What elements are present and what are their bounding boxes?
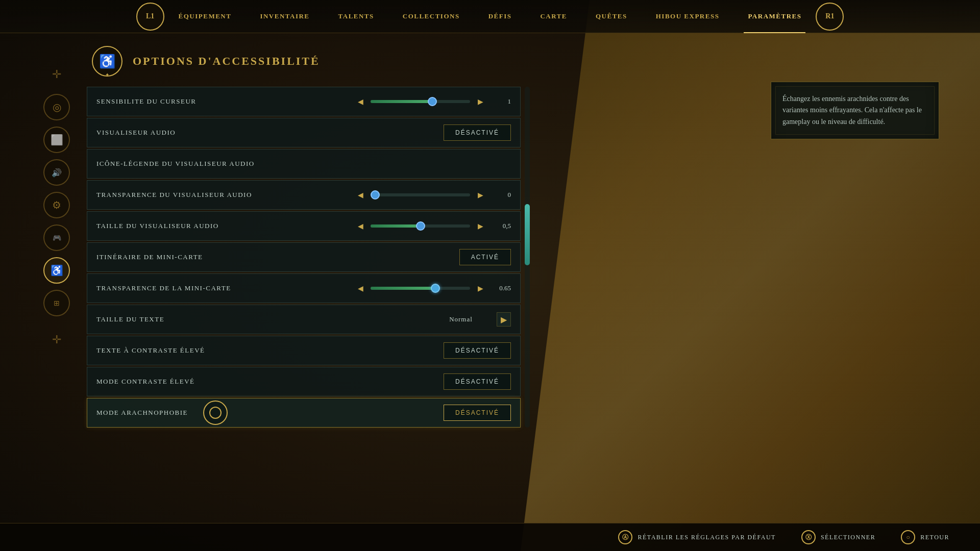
sidebar-display-icon[interactable]: ⬜ [43, 127, 70, 153]
visualiseur-audio-label: VISUALISEUR AUDIO [96, 129, 176, 137]
setting-mode-contraste-eleve: MODE CONTRASTE ÉLEVÉ DÉSACTIVÉ [87, 367, 521, 396]
setting-taille-texte: TAILLE DU TEXTE Normal ▶ [87, 305, 521, 334]
mode-arachnophobie-label: MODE ARACHNOPHOBIE [96, 409, 188, 417]
nav-item-quetes[interactable]: QUÊTES [581, 0, 642, 33]
sidebar-accessibility-icon[interactable]: ♿ [43, 257, 70, 284]
arachnophobie-icon [203, 400, 228, 425]
nav-item-collections[interactable]: COLLECTIONS [388, 0, 474, 33]
page-title: OPTIONS D'ACCESSIBILITÉ [133, 55, 320, 68]
transparence-mini-carte-slider: ◀ ▶ 0.65 [355, 284, 511, 293]
setting-transparence-mini-carte: TRANSPARENCE DE LA MINI-CARTE ◀ ▶ 0.65 [87, 273, 521, 303]
taille-texte-value: Normal [430, 315, 492, 323]
sidebar-network-icon[interactable]: ⊞ [43, 290, 70, 316]
main-content: ♿ ✦ OPTIONS D'ACCESSIBILITÉ SENSIBILITE … [87, 46, 521, 428]
taille-visualiseur-label: TAILLE DU VISUALISEUR AUDIO [96, 222, 219, 230]
taille-visualiseur-slider: ◀ ▶ 0,5 [355, 222, 511, 231]
visualiseur-audio-toggle[interactable]: DÉSACTIVÉ [444, 124, 511, 141]
sidebar-bottom-cross-icon[interactable]: ✛ [43, 327, 70, 353]
sensibilite-curseur-right-arrow[interactable]: ▶ [475, 97, 485, 106]
icone-legende-label: ICÔNE-LÉGENDE DU VISUALISEUR AUDIO [96, 160, 255, 168]
sidebar-gear-icon[interactable]: ⚙ [43, 192, 70, 218]
setting-visualiseur-audio: VISUALISEUR AUDIO DÉSACTIVÉ [87, 118, 521, 147]
sidebar-crosshair-icon[interactable]: ✛ [43, 61, 70, 88]
sidebar: ✛ ◎ ⬜ 🔊 ⚙ 🎮 ♿ ⊞ ✛ [43, 61, 70, 353]
nav-l1-button[interactable]: L1 [136, 3, 164, 31]
sidebar-sound-icon[interactable]: 🔊 [43, 159, 70, 186]
taille-vis-right-arrow[interactable]: ▶ [475, 222, 485, 231]
accessibility-title-icon: ♿ ✦ [92, 46, 122, 77]
reset-label: RÉTABLIR LES RÉGLAGES PAR DÉFAUT [638, 534, 775, 541]
back-label: RETOUR [920, 534, 949, 541]
texte-contraste-eleve-label: TEXTE À CONTRASTE ÉLEVÉ [96, 346, 205, 355]
nav-item-talents[interactable]: TALENTS [324, 0, 388, 33]
setting-itineraire-mini-carte: ITINÉRAIRE DE MINI-CARTE ACTIVÉ [87, 242, 521, 272]
mode-contraste-eleve-label: MODE CONTRASTE ÉLEVÉ [96, 378, 195, 386]
select-icon: Ⓧ [801, 530, 816, 544]
back-action[interactable]: ○ RETOUR [901, 530, 949, 544]
transparence-visualiseur-label: TRANSPARENCE DU VISUALISEUR AUDIO [96, 191, 252, 199]
arachnophobie-inner-circle [209, 407, 222, 419]
scrollbar[interactable] [525, 87, 530, 428]
nav-r1-button[interactable]: R1 [816, 3, 844, 31]
itineraire-mini-carte-toggle[interactable]: ACTIVÉ [459, 249, 511, 265]
taille-texte-right-arrow[interactable]: ▶ [497, 312, 511, 327]
mode-arachnophobie-toggle[interactable]: DÉSACTIVÉ [444, 405, 511, 421]
nav-item-defis[interactable]: DÉFIS [474, 0, 526, 33]
nav-item-inventaire[interactable]: INVENTAIRE [246, 0, 324, 33]
nav-item-carte[interactable]: CARTE [526, 0, 581, 33]
transparence-vis-value: 0 [491, 191, 511, 199]
setting-sensibilite-curseur: SENSIBILITE DU CURSEUR ◀ ▶ 1 [87, 87, 521, 116]
transparence-mc-value: 0.65 [491, 284, 511, 292]
setting-icone-legende: ICÔNE-LÉGENDE DU VISUALISEUR AUDIO [87, 149, 521, 179]
taille-vis-track[interactable] [371, 224, 470, 228]
mode-contraste-eleve-toggle[interactable]: DÉSACTIVÉ [444, 373, 511, 390]
info-panel: Échangez les ennemis arachnides contre d… [771, 82, 939, 139]
sidebar-disc-icon[interactable]: ◎ [43, 94, 70, 120]
transparence-vis-track[interactable] [371, 193, 470, 196]
reset-action[interactable]: Ⓐ RÉTABLIR LES RÉGLAGES PAR DÉFAUT [618, 530, 775, 544]
top-navigation: L1 ÉQUIPEMENT INVENTAIRE TALENTS COLLECT… [0, 0, 980, 33]
nav-item-parametres[interactable]: PARAMÈTRES [733, 0, 816, 33]
sensibilite-curseur-label: SENSIBILITE DU CURSEUR [96, 97, 197, 106]
setting-taille-visualiseur: TAILLE DU VISUALISEUR AUDIO ◀ ▶ 0,5 [87, 211, 521, 241]
nav-item-equipement[interactable]: ÉQUIPEMENT [164, 0, 246, 33]
sensibilite-curseur-left-arrow[interactable]: ◀ [355, 97, 365, 106]
transparence-visualiseur-slider: ◀ ▶ 0 [355, 191, 511, 199]
select-action[interactable]: Ⓧ SÉLECTIONNER [801, 530, 875, 544]
settings-list: SENSIBILITE DU CURSEUR ◀ ▶ 1 VISUALISEUR… [87, 87, 521, 428]
taille-texte-label: TAILLE DU TEXTE [96, 315, 164, 323]
select-label: SÉLECTIONNER [821, 534, 875, 541]
transparence-mc-track[interactable] [371, 287, 470, 290]
back-icon: ○ [901, 530, 915, 544]
setting-mode-arachnophobie: MODE ARACHNOPHOBIE DÉSACTIVÉ [87, 398, 521, 428]
bottom-bar: Ⓐ RÉTABLIR LES RÉGLAGES PAR DÉFAUT Ⓧ SÉL… [0, 523, 980, 551]
transparence-mc-right-arrow[interactable]: ▶ [475, 284, 485, 293]
title-area: ♿ ✦ OPTIONS D'ACCESSIBILITÉ [87, 46, 521, 77]
transparence-vis-right-arrow[interactable]: ▶ [475, 191, 485, 199]
transparence-vis-left-arrow[interactable]: ◀ [355, 191, 365, 199]
scrollbar-thumb[interactable] [525, 204, 530, 265]
sidebar-gamepad-icon[interactable]: 🎮 [43, 224, 70, 251]
texte-contraste-eleve-toggle[interactable]: DÉSACTIVÉ [444, 342, 511, 359]
sensibilite-curseur-slider: ◀ ▶ 1 [355, 97, 511, 106]
setting-transparence-visualiseur: TRANSPARENCE DU VISUALISEUR AUDIO ◀ ▶ 0 [87, 180, 521, 210]
nav-item-hibou[interactable]: HIBOU EXPRESS [642, 0, 734, 33]
sensibilite-curseur-value: 1 [491, 97, 511, 106]
transparence-mini-carte-label: TRANSPARENCE DE LA MINI-CARTE [96, 284, 231, 292]
setting-texte-contraste-eleve: TEXTE À CONTRASTE ÉLEVÉ DÉSACTIVÉ [87, 336, 521, 365]
taille-texte-select: Normal ▶ [430, 312, 511, 327]
info-panel-text: Échangez les ennemis arachnides contre d… [782, 93, 927, 128]
taille-vis-left-arrow[interactable]: ◀ [355, 222, 365, 231]
taille-vis-value: 0,5 [491, 222, 511, 230]
sensibilite-curseur-track[interactable] [371, 100, 470, 103]
reset-icon: Ⓐ [618, 530, 632, 544]
itineraire-mini-carte-label: ITINÉRAIRE DE MINI-CARTE [96, 253, 203, 261]
transparence-mc-left-arrow[interactable]: ◀ [355, 284, 365, 293]
